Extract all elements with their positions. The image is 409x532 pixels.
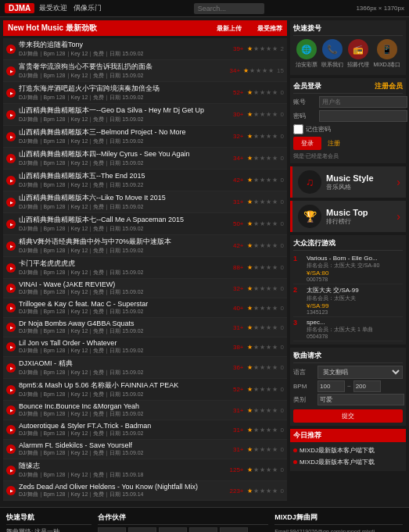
- play-button[interactable]: [6, 132, 16, 141]
- star-2[interactable]: ★: [253, 466, 259, 473]
- star-5[interactable]: ★: [272, 198, 278, 205]
- type-input[interactable]: [318, 394, 404, 405]
- star-2[interactable]: ★: [253, 324, 259, 331]
- quick-icon-item[interactable]: 🌐 治安彩票: [296, 39, 318, 69]
- star-1[interactable]: ★: [247, 198, 253, 205]
- today-item[interactable]: MIXDJ最新版本客户端下载: [293, 445, 403, 456]
- star-5[interactable]: ★: [272, 427, 278, 434]
- star-1[interactable]: ★: [247, 177, 253, 184]
- star-3[interactable]: ★: [260, 344, 265, 351]
- star-2[interactable]: ★: [253, 198, 259, 205]
- star-2[interactable]: ★: [253, 427, 259, 434]
- star-1[interactable]: ★: [247, 324, 253, 331]
- play-button[interactable]: [6, 363, 16, 373]
- star-2[interactable]: ★: [253, 89, 259, 96]
- partner-logo[interactable]: LOGO1: [98, 527, 126, 532]
- star-3[interactable]: ★: [260, 285, 265, 292]
- star-5[interactable]: ★: [272, 242, 278, 249]
- star-1[interactable]: ★: [247, 242, 253, 249]
- star-5[interactable]: ★: [272, 324, 278, 331]
- star-2[interactable]: ★: [253, 364, 259, 371]
- star-4[interactable]: ★: [266, 285, 271, 292]
- quick-icon-item[interactable]: 📞 联系我们: [321, 39, 343, 69]
- partner-logo[interactable]: LOGO4: [189, 527, 217, 532]
- star-5[interactable]: ★: [272, 155, 278, 162]
- star-3[interactable]: ★: [260, 89, 265, 96]
- star-5[interactable]: ★: [272, 466, 278, 473]
- star-2[interactable]: ★: [253, 305, 259, 312]
- play-button[interactable]: [6, 154, 16, 163]
- star-1[interactable]: ★: [247, 45, 253, 52]
- star-1[interactable]: ★: [247, 89, 253, 96]
- play-button[interactable]: [6, 445, 16, 454]
- top-track-name[interactable]: Various - Born - Elle Go...: [307, 255, 403, 262]
- star-1[interactable]: ★: [247, 220, 253, 227]
- star-3[interactable]: ★: [260, 407, 265, 414]
- star-1[interactable]: ★: [247, 466, 253, 473]
- footer-link-1[interactable]: 舞曲网络; 这是一种: [6, 527, 91, 532]
- star-4[interactable]: ★: [266, 177, 271, 184]
- play-button[interactable]: [6, 88, 16, 98]
- star-5[interactable]: ★: [272, 285, 278, 292]
- star-4[interactable]: ★: [266, 487, 271, 495]
- star-5[interactable]: ★: [272, 89, 278, 96]
- star-4[interactable]: ★: [266, 198, 271, 205]
- play-button[interactable]: [6, 241, 16, 251]
- star-1[interactable]: ★: [247, 386, 253, 393]
- play-button[interactable]: [6, 342, 16, 352]
- star-5[interactable]: ★: [272, 446, 278, 453]
- star-1[interactable]: ★: [247, 133, 253, 140]
- bpm-to-input[interactable]: [353, 380, 381, 392]
- star-2[interactable]: ★: [253, 177, 259, 184]
- register-link-2[interactable]: 注册: [328, 139, 340, 148]
- play-button[interactable]: [6, 425, 16, 434]
- star-2[interactable]: ★: [253, 344, 259, 351]
- star-2[interactable]: ★: [253, 407, 259, 414]
- star-4[interactable]: ★: [266, 89, 271, 96]
- star-5[interactable]: ★: [272, 407, 278, 414]
- star-2[interactable]: ★: [253, 487, 259, 495]
- play-button[interactable]: [6, 198, 16, 207]
- star-1[interactable]: ★: [247, 427, 253, 434]
- star-5[interactable]: ★: [272, 177, 278, 184]
- star-1[interactable]: ★: [247, 344, 253, 351]
- play-button[interactable]: [6, 466, 16, 475]
- star-5[interactable]: ★: [272, 386, 278, 393]
- play-button[interactable]: [6, 303, 16, 312]
- partner-logo[interactable]: LOGO2: [128, 527, 156, 532]
- play-button[interactable]: [6, 405, 16, 415]
- star-1[interactable]: ★: [247, 155, 253, 162]
- star-5[interactable]: ★: [272, 264, 278, 271]
- star-4[interactable]: ★: [266, 264, 271, 271]
- star-3[interactable]: ★: [260, 427, 265, 434]
- star-1[interactable]: ★: [247, 364, 253, 371]
- today-item[interactable]: MIXDJ最新版本客户端下载: [293, 456, 403, 468]
- star-3[interactable]: ★: [260, 264, 265, 271]
- top-track-name[interactable]: spec...: [307, 319, 403, 326]
- star-4[interactable]: ★: [266, 133, 271, 140]
- partner-logo[interactable]: LOGO5: [220, 527, 248, 532]
- star-2[interactable]: ★: [253, 220, 259, 227]
- lang-select[interactable]: 英文翻唱 中文制版: [318, 366, 403, 379]
- star-2[interactable]: ★: [253, 264, 259, 271]
- star-3[interactable]: ★: [260, 155, 265, 162]
- star-1[interactable]: ★: [243, 67, 249, 74]
- star-2[interactable]: ★: [253, 446, 259, 453]
- star-4[interactable]: ★: [266, 242, 271, 249]
- play-button[interactable]: [6, 385, 16, 395]
- star-1[interactable]: ★: [247, 305, 253, 312]
- play-button[interactable]: [6, 110, 16, 120]
- star-5[interactable]: ★: [272, 220, 278, 227]
- star-2[interactable]: ★: [253, 242, 259, 249]
- request-submit-button[interactable]: 提交: [293, 409, 403, 423]
- star-2[interactable]: ★: [249, 67, 255, 74]
- star-5[interactable]: ★: [268, 67, 274, 74]
- star-4[interactable]: ★: [266, 220, 271, 227]
- quick-icon-item[interactable]: 📱 MIXDJ港口: [373, 39, 400, 69]
- star-5[interactable]: ★: [272, 364, 278, 371]
- star-3[interactable]: ★: [260, 446, 265, 453]
- star-3[interactable]: ★: [256, 67, 261, 74]
- star-4[interactable]: ★: [266, 427, 271, 434]
- star-1[interactable]: ★: [247, 285, 253, 292]
- star-2[interactable]: ★: [253, 133, 259, 140]
